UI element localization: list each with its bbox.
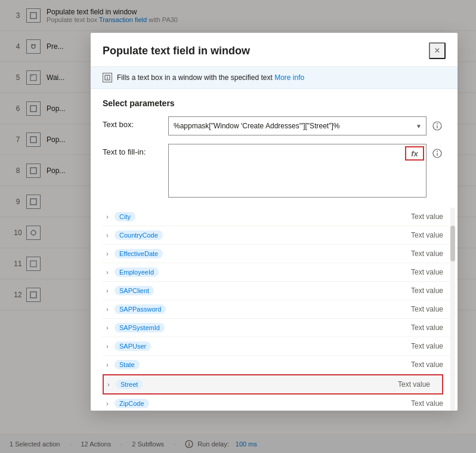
text-box-label: Text box: <box>103 116 168 129</box>
var-badge[interactable]: EmployeeId <box>115 267 159 277</box>
var-type: Text value <box>411 360 450 369</box>
var-type: Text value <box>411 323 450 332</box>
var-row[interactable]: › EffectiveDate Text value <box>103 245 455 263</box>
var-type: Text value <box>411 212 450 221</box>
text-box-row: Text box: %appmask["Window 'Create Addre… <box>103 116 446 135</box>
svg-point-16 <box>437 124 438 125</box>
var-type: Text value <box>411 305 450 313</box>
text-box-select[interactable]: %appmask["Window 'Create Addresses'"]["S… <box>168 116 426 135</box>
var-type: Text value <box>411 286 450 295</box>
var-row[interactable]: › Street Text value <box>103 374 443 395</box>
var-type: Text value <box>411 268 450 276</box>
modal-header: Populate text field in window × <box>91 33 458 67</box>
var-expand-icon: › <box>103 286 112 295</box>
var-badge[interactable]: SAPUser <box>115 341 151 351</box>
var-type: Text value <box>411 231 450 239</box>
info-bar-text: Fills a text box in a window with the sp… <box>117 73 304 82</box>
variables-section: › City Text value › CountryCode Text val… <box>91 208 455 411</box>
info-icon <box>103 73 112 82</box>
var-badge[interactable]: Street <box>116 380 143 389</box>
var-badge[interactable]: CountryCode <box>115 230 163 240</box>
modal-dialog: Populate text field in window × Fills a … <box>91 33 458 411</box>
var-type: Text value <box>398 380 437 389</box>
var-expand-icon: › <box>103 341 112 351</box>
var-expand-icon: › <box>103 323 112 332</box>
var-row[interactable]: › State Text value <box>103 356 455 374</box>
var-expand-icon: › <box>103 212 112 221</box>
var-row[interactable]: › EmployeeId Text value <box>103 263 455 282</box>
var-badge[interactable]: ZipCode <box>115 399 149 408</box>
params-title: Select parameters <box>103 98 446 108</box>
text-box-control: %appmask["Window 'Create Addresses'"]["S… <box>168 116 426 135</box>
var-row[interactable]: › ZipCode Text value <box>103 395 455 411</box>
var-row[interactable]: › SAPSystemId Text value <box>103 319 455 337</box>
modal-close-button[interactable]: × <box>429 42 446 59</box>
text-fill-info-button[interactable] <box>429 144 446 163</box>
text-fill-label: Text to fill-in: <box>103 144 168 156</box>
var-row[interactable]: › CountryCode Text value <box>103 226 455 245</box>
variables-list: › City Text value › CountryCode Text val… <box>103 208 455 411</box>
var-type: Text value <box>411 399 450 408</box>
var-row[interactable]: › SAPUser Text value <box>103 337 455 356</box>
var-row[interactable]: › SAPPassword Text value <box>103 300 455 319</box>
var-badge[interactable]: State <box>115 360 140 369</box>
var-expand-icon: › <box>103 230 112 240</box>
var-badge[interactable]: EffectiveDate <box>115 249 163 258</box>
modal-title: Populate text field in window <box>103 45 250 57</box>
scrollbar-track <box>450 208 455 411</box>
var-badge[interactable]: SAPClient <box>115 286 154 295</box>
textarea-wrapper: fx <box>168 144 426 199</box>
text-fill-row: Text to fill-in: fx <box>103 144 446 199</box>
svg-point-19 <box>437 151 438 152</box>
var-badge[interactable]: SAPSystemId <box>115 323 165 332</box>
info-bar: Fills a text box in a window with the sp… <box>91 67 458 89</box>
text-fill-control: fx <box>168 144 426 199</box>
var-type: Text value <box>411 249 450 258</box>
var-row[interactable]: › SAPClient Text value <box>103 282 455 300</box>
fx-button[interactable]: fx <box>405 146 424 161</box>
var-expand-icon: › <box>103 304 112 314</box>
var-expand-icon: › <box>103 267 112 277</box>
var-badge[interactable]: City <box>115 212 135 221</box>
var-expand-icon: › <box>103 360 112 369</box>
var-expand-icon: › <box>103 249 112 258</box>
var-expand-icon: › <box>103 399 112 408</box>
var-expand-icon: › <box>104 380 113 389</box>
svg-point-13 <box>107 76 107 76</box>
text-box-info-button[interactable] <box>429 116 446 135</box>
var-type: Text value <box>411 342 450 350</box>
text-fill-textarea[interactable] <box>168 144 426 198</box>
var-badge[interactable]: SAPPassword <box>115 304 166 314</box>
scrollbar-thumb[interactable] <box>450 226 455 261</box>
params-section: Select parameters Text box: %appmask["Wi… <box>91 89 458 208</box>
var-row[interactable]: › City Text value <box>103 208 455 226</box>
more-info-link[interactable]: More info <box>274 73 304 82</box>
